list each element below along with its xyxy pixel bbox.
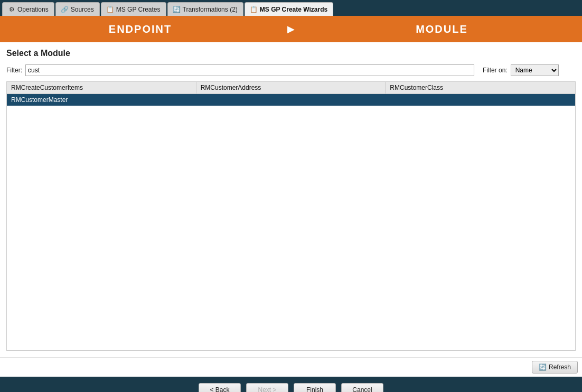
filter-input[interactable] <box>25 64 474 76</box>
finish-button[interactable]: Finish <box>294 383 336 392</box>
col-header-3: RMCustomerClass <box>386 82 575 94</box>
cell-2 <box>196 94 386 106</box>
operations-icon: ⚙ <box>8 6 15 13</box>
filter-row: Filter: Filter on: Name Description <box>6 64 576 76</box>
cell-1: RMCustomerMaster <box>7 94 196 106</box>
cell-3 <box>386 94 575 106</box>
filter-on-select[interactable]: Name Description <box>511 64 559 76</box>
tab-operations[interactable]: ⚙ Operations <box>2 2 54 16</box>
module-label: MODULE <box>302 16 582 42</box>
filter-on-label: Filter on: <box>483 67 508 74</box>
tab-ms-gp-create-wizards[interactable]: 📋 MS GP Create Wizards <box>245 2 333 16</box>
arrow-icon: ▶ <box>280 16 302 42</box>
module-grid-header: RMCreateCustomerItems RMCustomerAddress … <box>7 82 575 94</box>
col-header-1: RMCreateCustomerItems <box>7 82 196 94</box>
filter-label: Filter: <box>6 67 22 74</box>
refresh-icon: 🔄 <box>539 363 547 371</box>
page-title: Select a Module <box>6 49 576 58</box>
tab-transformations[interactable]: 🔄 Transformations (2) <box>167 2 243 16</box>
sources-icon: 🔗 <box>61 6 69 13</box>
refresh-button[interactable]: 🔄 Refresh <box>532 361 578 374</box>
ms-gp-creates-icon: 📋 <box>107 6 114 13</box>
next-button[interactable]: Next > <box>246 383 288 392</box>
main-content: Select a Module Filter: Filter on: Name … <box>0 42 582 357</box>
module-grid: RMCreateCustomerItems RMCustomerAddress … <box>6 81 576 351</box>
refresh-bar: 🔄 Refresh <box>0 357 582 377</box>
tab-sources[interactable]: 🔗 Sources <box>55 2 100 16</box>
col-header-2: RMCustomerAddress <box>196 82 386 94</box>
ms-gp-wizards-icon: 📋 <box>250 6 258 13</box>
bottom-nav: < Back Next > Finish Cancel <box>0 377 582 392</box>
content-wrapper: Select a Module Filter: Filter on: Name … <box>0 42 582 377</box>
tab-ms-gp-creates[interactable]: 📋 MS GP Creates <box>101 2 166 16</box>
header-strip: ENDPOINT ▶ MODULE <box>0 16 582 42</box>
tab-bar: ⚙ Operations 🔗 Sources 📋 MS GP Creates 🔄… <box>0 0 582 16</box>
transformations-icon: 🔄 <box>173 6 181 13</box>
back-button[interactable]: < Back <box>199 383 241 392</box>
table-row[interactable]: RMCustomerMaster <box>7 94 575 106</box>
cancel-button[interactable]: Cancel <box>341 383 383 392</box>
endpoint-label: ENDPOINT <box>0 16 280 42</box>
